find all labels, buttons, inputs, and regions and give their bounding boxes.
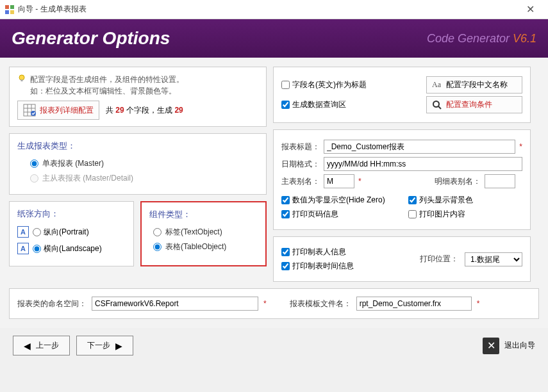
svg-rect-3 <box>10 10 14 14</box>
column-config-button[interactable]: 报表列详细配置 <box>17 101 99 120</box>
titlebar: 向导 - 生成单表报表 ✕ <box>0 0 548 19</box>
date-format-input[interactable] <box>324 157 522 171</box>
bulb-icon <box>17 74 26 83</box>
page-title: Generator Options <box>12 28 427 49</box>
master-alias-label: 主表别名： <box>281 176 320 187</box>
template-input[interactable] <box>356 297 472 311</box>
report-settings-panel: 报表标题： * 日期格式： 主表别名： * 明细表别名： * <box>273 129 531 230</box>
namespace-panel: 报表类的命名空间： * 报表模板文件名： * <box>9 288 539 319</box>
next-button[interactable]: 下一步 ▶ <box>76 336 133 355</box>
check-print-page[interactable]: 打印页码信息 <box>281 209 395 220</box>
check-gen-query[interactable]: 生成数据查询区 <box>281 99 421 110</box>
print-pos-select[interactable]: 1.数据尾 <box>465 252 522 266</box>
arrow-right-icon: ▶ <box>115 341 122 351</box>
check-print-maker[interactable]: 打印制表人信息 <box>281 247 413 257</box>
check-header-bg[interactable]: 列头显示背景色 <box>408 195 522 206</box>
window-title: 向导 - 生成单表报表 <box>18 4 517 15</box>
template-label: 报表模板文件名： <box>290 298 351 309</box>
content-area: 配置字段是否生成组件，及组件的特性设置。 如：栏位及文本框可编辑性、背景颜色等。… <box>0 58 548 328</box>
app-icon <box>5 5 14 14</box>
title-query-panel: 字段名(英文)作为标题 Aa 配置字段中文名称 生成数据查询区 <box>273 67 531 123</box>
report-title-input[interactable] <box>324 140 515 154</box>
check-print-img[interactable]: 打印图片内容 <box>408 209 522 220</box>
svg-rect-5 <box>21 79 23 81</box>
prev-button[interactable]: ◀ 上一步 <box>13 336 70 355</box>
grid-icon <box>23 104 36 117</box>
paper-title: 纸张方向： <box>17 208 126 220</box>
svg-rect-1 <box>10 5 14 9</box>
print-info-panel: 打印制表人信息 打印制表时间信息 打印位置： 1.数据尾 <box>273 236 531 282</box>
svg-rect-0 <box>5 5 9 9</box>
config-cn-name-button[interactable]: Aa 配置字段中文名称 <box>426 76 522 94</box>
report-title-label: 报表标题： <box>281 142 320 152</box>
column-config-label: 报表列详细配置 <box>40 105 94 116</box>
close-button[interactable]: ✕ <box>517 0 543 19</box>
config-query-button[interactable]: 配置查询条件 <box>426 96 522 113</box>
namespace-input[interactable] <box>92 297 258 311</box>
paper-orientation-panel: 纸张方向： A 纵向(Portrait) A 横向(Landscape) <box>9 201 134 266</box>
svg-line-13 <box>438 106 441 109</box>
detail-alias-input[interactable] <box>485 174 515 188</box>
radio-landscape[interactable]: 横向(Landscape) <box>33 243 102 254</box>
footer-nav: ◀ 上一步 下一步 ▶ ✕ 退出向导 <box>0 328 548 363</box>
radio-table-object[interactable]: 表格(TableObject) <box>153 241 258 252</box>
required-mark: * <box>519 142 522 151</box>
search-icon <box>432 100 442 110</box>
radio-master[interactable]: 单表报表 (Master) <box>30 158 258 169</box>
date-format-label: 日期格式： <box>281 159 320 170</box>
svg-rect-2 <box>5 10 9 14</box>
radio-portrait[interactable]: 纵向(Portrait) <box>33 227 89 238</box>
landscape-icon: A <box>17 243 29 254</box>
check-english-title[interactable]: 字段名(英文)作为标题 <box>281 79 421 90</box>
master-alias-input[interactable] <box>324 174 354 188</box>
svg-point-4 <box>19 75 24 80</box>
description-text: 配置字段是否生成组件，及组件的特性设置。 如：栏位及文本框可编辑性、背景颜色等。 <box>30 74 184 97</box>
exit-button[interactable]: ✕ 退出向导 <box>483 338 535 354</box>
product-name: Code Generator <box>427 32 513 45</box>
product-label: Code Generator V6.1 <box>427 32 536 45</box>
product-version: V6.1 <box>513 32 536 45</box>
check-print-time[interactable]: 打印制表时间信息 <box>281 261 413 272</box>
report-type-title: 生成报表类型： <box>17 140 258 152</box>
field-count-text: 共 29 个字段，生成 29 <box>106 105 183 116</box>
aa-icon: Aa <box>432 80 442 90</box>
detail-alias-label: 明细表别名： <box>435 176 481 187</box>
radio-master-detail: 主从表报表 (Master/Detail) <box>30 173 258 184</box>
arrow-left-icon: ◀ <box>24 341 31 351</box>
svg-point-12 <box>433 101 439 107</box>
print-pos-label: 打印位置： <box>420 254 458 265</box>
radio-text-object[interactable]: 标签(TextObject) <box>153 227 258 238</box>
check-hide-zero[interactable]: 数值为零显示空(Hide Zero) <box>281 195 395 206</box>
portrait-icon: A <box>17 226 29 238</box>
close-icon: ✕ <box>483 338 499 354</box>
namespace-label: 报表类的命名空间： <box>17 298 87 309</box>
component-title: 组件类型： <box>149 209 258 220</box>
report-type-panel: 生成报表类型： 单表报表 (Master) 主从表报表 (Master/Deta… <box>9 133 267 195</box>
header-banner: Generator Options Code Generator V6.1 <box>0 19 548 58</box>
component-type-panel: 组件类型： 标签(TextObject) 表格(TableObject) <box>140 201 267 266</box>
field-config-panel: 配置字段是否生成组件，及组件的特性设置。 如：栏位及文本框可编辑性、背景颜色等。… <box>9 67 267 127</box>
